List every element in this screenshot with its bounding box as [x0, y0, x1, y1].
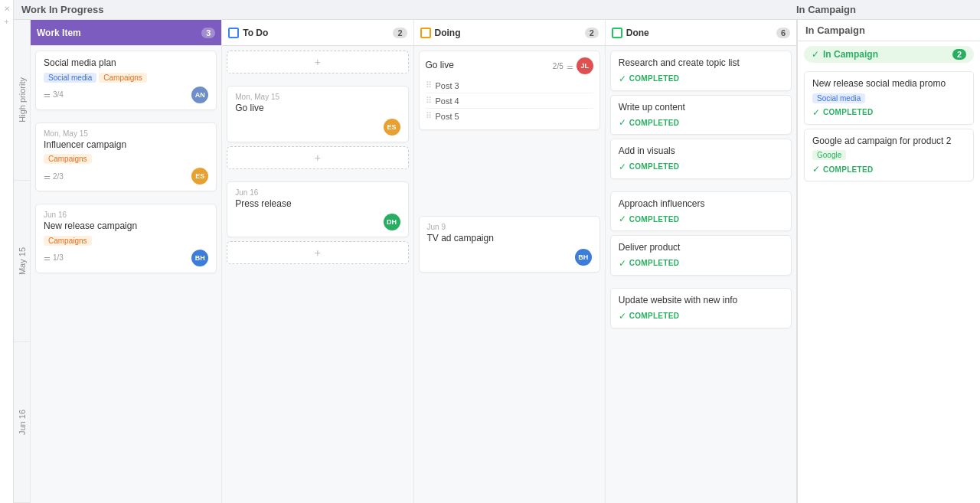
campaign-card-social[interactable]: New release social media promo Social me… [804, 71, 974, 125]
card-tags: Campaigns [44, 154, 208, 164]
four-columns: Work Item 3 Social media plan Social med… [31, 20, 796, 503]
card-title: Go live [235, 103, 400, 115]
card-footer: ⚌ 3/4 AN [44, 87, 208, 103]
card-todo-press-release[interactable]: Jun 16 Press release DH [227, 181, 408, 238]
card-todo-go-live[interactable]: Mon, May 15 Go live ES [227, 86, 408, 142]
sub-item-text: Post 3 [436, 81, 459, 90]
add-todo-hp[interactable]: + [227, 51, 408, 73]
priority-may15-section: May 15 [14, 181, 30, 341]
campaign-card-google[interactable]: Google ad campaign for product 2 Google … [804, 129, 974, 182]
add-todo-may15[interactable]: + [227, 146, 408, 169]
group-sep-1 [35, 114, 217, 119]
column-doing: Doing 2 Go live 2/5 ⚌ JL [414, 20, 606, 503]
card-title: Influencer campaign [44, 139, 208, 152]
add-todo-jun16[interactable]: + [227, 241, 408, 264]
campaign-tab[interactable]: ✓ In Campaign 2 [804, 46, 974, 63]
priority-may15-label: May 15 [18, 247, 27, 275]
status-icon: ✓ [619, 214, 626, 224]
status-icon: ✓ [619, 162, 626, 172]
app-container: ✕ + Work In Progress In Campaign High pr… [0, 0, 980, 503]
card-title: TV ad campaign [427, 233, 592, 245]
status-icon: ✓ [619, 73, 626, 84]
campaign-check-icon: ✓ [812, 49, 819, 60]
progress-text: 2/5 [553, 62, 564, 70]
status: ✓ COMPLETED [812, 164, 965, 175]
count-icon: ⚌ [44, 253, 51, 262]
priority-jun16-section: Jun 16 [14, 342, 30, 503]
avatar-dh: DH [384, 214, 400, 230]
card-done-visuals[interactable]: Add in visuals ✓ COMPLETED [610, 139, 792, 179]
sub-item-text: Post 4 [436, 96, 459, 106]
sub-item-text: Post 5 [436, 112, 459, 121]
col-badge-done: 6 [776, 28, 790, 38]
tag-campaigns: Campaigns [44, 236, 92, 246]
card-done-deliver[interactable]: Deliver product ✓ COMPLETED [610, 235, 792, 276]
sep [419, 134, 600, 139]
card-done-approach[interactable]: Approach influencers ✓ COMPLETED [610, 191, 792, 232]
column-done: Done 6 Research and create topic list ✓ … [606, 20, 796, 503]
card-date: Jun 16 [235, 188, 400, 197]
card-new-release-campaign[interactable]: Jun 16 New release campaign Campaigns ⚌ … [35, 204, 217, 273]
card-title: Deliver product [619, 242, 783, 254]
campaign-title: In Campaign [789, 4, 972, 15]
status-text: COMPLETED [629, 162, 679, 171]
card-title: Approach influencers [619, 198, 783, 211]
column-todo: To Do 2 + Mon, May 15 Go live [222, 20, 413, 503]
card-title: New release social media promo [812, 78, 965, 90]
status-text: COMPLETED [629, 74, 679, 83]
group-sep-2 [35, 195, 217, 200]
card-title: Google ad campaign for product 2 [812, 136, 965, 148]
card-done-research[interactable]: Research and create topic list ✓ COMPLET… [610, 51, 792, 91]
drag-icon: ⠿ [426, 96, 432, 106]
col-title-work-item: Work Item [37, 28, 198, 38]
count-icon: ⚌ [44, 172, 51, 181]
avatar-jl: JL [577, 57, 593, 74]
add-icon[interactable]: + [5, 18, 9, 26]
card-done-update-website[interactable]: Update website with new info ✓ COMPLETED [610, 288, 792, 328]
card-date: Jun 16 [44, 211, 208, 219]
card-doing-go-live[interactable]: Go live 2/5 ⚌ JL ⠿ Post 3 [419, 51, 600, 130]
progress-row: Go live 2/5 ⚌ JL [426, 57, 593, 74]
card-date: Jun 9 [427, 223, 592, 231]
col-header-todo: To Do 2 [222, 20, 413, 46]
column-work-item: Work Item 3 Social media plan Social med… [31, 20, 222, 503]
campaign-header: In Campaign [798, 20, 980, 41]
col-badge-todo: 2 [393, 28, 407, 38]
sub-items: ⠿ Post 3 ⠿ Post 4 ⠿ Post 5 [426, 78, 593, 123]
card-count: ⚌ 1/3 [44, 253, 64, 262]
card-footer: ES [235, 119, 400, 136]
col-title-todo: To Do [243, 28, 389, 38]
tag-google: Google [812, 150, 846, 160]
card-title: Update website with new info [619, 295, 783, 307]
wip-title: Work In Progress [21, 4, 405, 15]
avatar-bh: BH [191, 250, 208, 266]
col-body-work-item: Social media plan Social media Campaigns… [31, 46, 221, 503]
priority-high-section: High priority [14, 20, 30, 181]
col-body-done: Research and create topic list ✓ COMPLET… [606, 46, 796, 503]
doing-icon [420, 28, 431, 38]
status: ✓ COMPLETED [619, 162, 783, 172]
card-doing-tv-ad[interactable]: Jun 9 TV ad campaign BH [419, 216, 600, 273]
card-title: Go live [426, 60, 454, 72]
status-icon: ✓ [812, 107, 820, 118]
status: ✓ COMPLETED [619, 311, 783, 322]
card-count: ⚌ 3/4 [44, 90, 64, 99]
card-influencer-campaign[interactable]: Mon, May 15 Influencer campaign Campaign… [35, 122, 217, 192]
campaign-tab-label: In Campaign [823, 49, 949, 60]
content-area: Work In Progress In Campaign High priori… [14, 0, 980, 503]
priority-jun16-label: Jun 16 [18, 410, 27, 435]
col-header-work-item: Work Item 3 [31, 20, 221, 46]
tag-campaigns: Campaigns [44, 154, 92, 164]
col-body-doing: Go live 2/5 ⚌ JL ⠿ Post 3 [414, 46, 605, 503]
col-title-doing: Doing [435, 28, 581, 38]
card-done-writeup[interactable]: Write up content ✓ COMPLETED [610, 95, 792, 136]
todo-icon [228, 28, 239, 38]
sep [610, 279, 792, 284]
campaign-panel: In Campaign ✓ In Campaign 2 New release … [796, 20, 980, 503]
card-social-media-plan[interactable]: Social media plan Social media Campaigns… [35, 51, 217, 110]
close-icon[interactable]: ✕ [4, 5, 10, 13]
status: ✓ COMPLETED [619, 214, 783, 224]
card-footer: ⚌ 2/3 ES [44, 168, 208, 185]
card-title: Research and create topic list [619, 57, 783, 70]
campaign-tab-badge: 2 [952, 49, 966, 60]
